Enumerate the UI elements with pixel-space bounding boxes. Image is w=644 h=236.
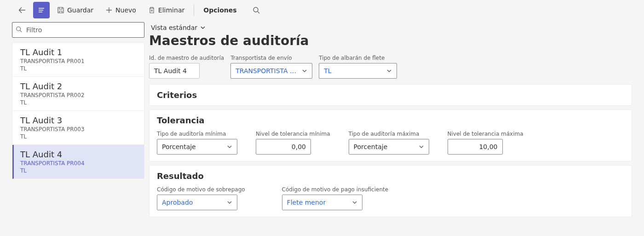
overpay-select[interactable]: Aprobado xyxy=(157,195,237,210)
panel-tolerancia: Tolerancia Tipo de auditoría mínima Porc… xyxy=(149,109,632,161)
chevron-down-icon xyxy=(419,144,424,150)
delete-button[interactable]: Eliminar xyxy=(144,2,189,18)
list-item[interactable]: TL Audit 2 TRANSPORTISTA PR002 TL xyxy=(12,77,144,111)
underpay-value: Flete menor xyxy=(287,199,326,206)
min-tol-input[interactable]: 0,00 xyxy=(256,139,311,155)
carrier-value: TRANSPORTISTA PR... xyxy=(236,67,299,75)
command-bar: Guardar Nuevo Eliminar Opciones xyxy=(0,0,644,20)
list-item-type: TL xyxy=(20,99,138,106)
list-item[interactable]: TL Audit 3 TRANSPORTISTA PR003 TL xyxy=(12,111,144,145)
list-item-title: TL Audit 4 xyxy=(20,150,138,159)
view-label-text: Vista estándar xyxy=(151,24,197,31)
panel-header[interactable]: Criterios xyxy=(150,85,632,105)
arrow-left-icon xyxy=(18,6,26,14)
max-audit-type-select[interactable]: Porcentaje xyxy=(349,139,429,155)
list-item-type: TL xyxy=(20,167,138,174)
field-label: Nivel de tolerancia máxima xyxy=(448,131,523,137)
list-item-title: TL Audit 1 xyxy=(20,47,138,57)
chevron-down-icon xyxy=(227,144,232,150)
chevron-down-icon xyxy=(200,25,206,30)
svg-point-0 xyxy=(253,7,258,12)
underpay-select[interactable]: Flete menor xyxy=(282,195,362,210)
audit-id-input[interactable]: TL Audit 4 xyxy=(149,63,200,79)
billtype-value: TL xyxy=(324,67,331,75)
field-max-audit-type: Tipo de auditoría máxima Porcentaje xyxy=(349,131,429,155)
field-carrier: Transportista de envío TRANSPORTISTA PR.… xyxy=(230,55,312,79)
carrier-input[interactable]: TRANSPORTISTA PR... xyxy=(230,63,312,79)
audit-id-value: TL Audit 4 xyxy=(154,67,187,75)
chevron-down-icon xyxy=(302,68,307,74)
delete-label: Eliminar xyxy=(158,6,184,14)
list-item-title: TL Audit 2 xyxy=(20,81,138,91)
command-divider xyxy=(194,4,194,16)
list-item-carrier: TRANSPORTISTA PR004 xyxy=(20,160,138,167)
panel-resultado: Resultado Código de motivo de sobrepago … xyxy=(149,165,632,217)
new-button[interactable]: Nuevo xyxy=(101,2,141,18)
field-label: Código de motivo de pago insuficiente xyxy=(282,186,389,193)
panel-criterios: Criterios xyxy=(149,84,632,106)
field-min-audit-type: Tipo de auditoría mínima Porcentaje xyxy=(157,131,237,155)
field-billtype: Tipo de albarán de flete TL xyxy=(319,55,397,79)
list-panel: TL Audit 1 TRANSPORTISTA PR001 TL TL Aud… xyxy=(12,20,144,179)
search-icon xyxy=(253,6,260,14)
field-label: Transportista de envío xyxy=(230,55,312,61)
header-field-group: Id. de maestro de auditoría TL Audit 4 T… xyxy=(149,55,632,79)
options-button[interactable]: Opciones xyxy=(199,2,241,18)
panel-body: Tipo de auditoría mínima Porcentaje Nive… xyxy=(150,131,632,161)
panel-body: Código de motivo de sobrepago Aprobado C… xyxy=(150,186,632,217)
panel-header[interactable]: Resultado xyxy=(150,166,632,186)
search-button[interactable] xyxy=(248,2,264,18)
trash-icon xyxy=(148,6,155,14)
overpay-value: Aprobado xyxy=(162,199,193,206)
field-min-tol-level: Nivel de tolerancia mínima 0,00 xyxy=(256,131,330,155)
svg-point-1 xyxy=(17,27,21,31)
plus-icon xyxy=(105,6,113,14)
options-label: Opciones xyxy=(203,6,236,14)
list-item[interactable]: TL Audit 4 TRANSPORTISTA PR004 TL xyxy=(12,145,144,179)
max-audit-type-value: Porcentaje xyxy=(354,143,388,150)
chevron-down-icon xyxy=(227,200,232,205)
back-button[interactable] xyxy=(14,2,30,18)
new-label: Nuevo xyxy=(115,6,136,14)
field-label: Nivel de tolerancia mínima xyxy=(256,131,330,137)
max-tol-value: 10,00 xyxy=(479,143,497,150)
field-label: Tipo de auditoría máxima xyxy=(349,131,429,137)
chevron-down-icon xyxy=(352,200,357,205)
records-list: TL Audit 1 TRANSPORTISTA PR001 TL TL Aud… xyxy=(12,42,144,179)
min-audit-type-value: Porcentaje xyxy=(162,143,196,150)
field-audit-id: Id. de maestro de auditoría TL Audit 4 xyxy=(149,55,224,79)
search-icon xyxy=(16,26,22,34)
list-item-title: TL Audit 3 xyxy=(20,115,138,125)
max-tol-input[interactable]: 10,00 xyxy=(448,139,503,155)
field-label: Tipo de albarán de flete xyxy=(319,55,397,61)
min-audit-type-select[interactable]: Porcentaje xyxy=(157,139,237,155)
billtype-input[interactable]: TL xyxy=(319,63,397,79)
global-menu-button[interactable] xyxy=(33,2,50,18)
field-underpay-code: Código de motivo de pago insuficiente Fl… xyxy=(282,186,389,210)
field-max-tol-level: Nivel de tolerancia máxima 10,00 xyxy=(448,131,523,155)
filter-input[interactable] xyxy=(12,22,144,38)
field-label: Id. de maestro de auditoría xyxy=(149,55,224,61)
save-icon xyxy=(57,6,64,14)
detail-panel: Vista estándar Maestros de auditoría Id.… xyxy=(149,20,632,221)
field-overpay-code: Código de motivo de sobrepago Aprobado xyxy=(157,186,245,210)
list-item-carrier: TRANSPORTISTA PR002 xyxy=(20,92,138,98)
chevron-down-icon xyxy=(386,68,392,74)
page-title: Maestros de auditoría xyxy=(149,33,632,48)
list-item-carrier: TRANSPORTISTA PR001 xyxy=(20,58,138,64)
panel-header[interactable]: Tolerancia xyxy=(150,110,632,131)
field-label: Tipo de auditoría mínima xyxy=(157,131,237,137)
filter-box xyxy=(12,22,144,38)
field-label: Código de motivo de sobrepago xyxy=(157,186,245,193)
list-item-type: TL xyxy=(20,65,138,72)
list-item-type: TL xyxy=(20,133,138,140)
min-tol-value: 0,00 xyxy=(292,143,306,150)
list-item-carrier: TRANSPORTISTA PR003 xyxy=(20,126,138,132)
save-label: Guardar xyxy=(67,6,93,14)
list-item[interactable]: TL Audit 1 TRANSPORTISTA PR001 TL xyxy=(12,43,144,77)
view-selector[interactable]: Vista estándar xyxy=(149,23,207,32)
save-button[interactable]: Guardar xyxy=(52,2,98,18)
lines-icon xyxy=(38,7,45,13)
